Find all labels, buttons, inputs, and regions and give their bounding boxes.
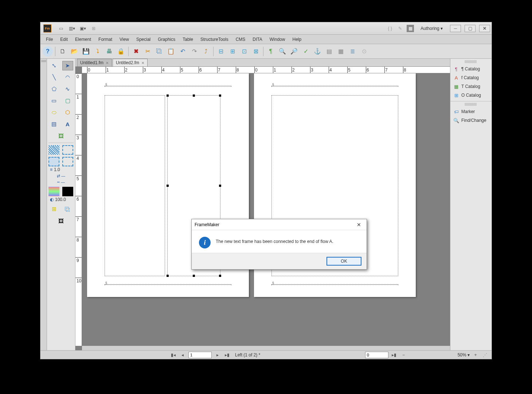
rounded-rect-tool[interactable]: ▢: [62, 96, 73, 105]
export-icon[interactable]: ⤴: [201, 46, 211, 57]
minimize-button[interactable]: ─: [450, 25, 461, 32]
zoom-dropdown[interactable]: 50% ▾: [458, 352, 470, 358]
panel-char-catalog[interactable]: Af Catalog: [450, 73, 492, 82]
oval-tool[interactable]: ⬭: [48, 108, 59, 117]
text-tool[interactable]: A: [62, 119, 73, 129]
find-next-icon[interactable]: 🔎: [289, 46, 299, 57]
page-number-input[interactable]: [188, 352, 212, 358]
menu-help[interactable]: Help: [289, 36, 305, 43]
canvas[interactable]: § § § §: [82, 73, 450, 346]
attributes-icon[interactable]: ⊞: [227, 46, 238, 57]
fill-hatch-icon[interactable]: [48, 145, 59, 155]
text-column-tool[interactable]: ▤: [48, 119, 59, 129]
hotspot-icon[interactable]: 🖼: [56, 216, 67, 225]
line-input[interactable]: [365, 352, 388, 358]
select-tool[interactable]: ➤: [62, 61, 73, 70]
tab-close-icon[interactable]: ✕: [106, 61, 109, 65]
zoom-out-button[interactable]: −: [400, 352, 407, 358]
cut-icon[interactable]: ✂: [142, 46, 153, 57]
workspace-switcher-icon[interactable]: ▭: [57, 25, 64, 32]
menu-table[interactable]: Table: [179, 36, 196, 43]
delete-icon[interactable]: ✖: [131, 46, 141, 57]
prev-page-button[interactable]: ◂: [179, 352, 186, 358]
text-frame-icon[interactable]: ▤: [324, 46, 334, 57]
undo-icon[interactable]: ↶: [177, 46, 188, 57]
overprint-icon[interactable]: ⊞: [48, 204, 59, 214]
horizontal-scrollbar[interactable]: [82, 346, 450, 350]
line-style-icon[interactable]: ┅ —: [48, 179, 74, 185]
image-tool[interactable]: 🖼: [56, 131, 67, 140]
panel-table-catalog[interactable]: ▦T Catalog: [450, 82, 492, 91]
tab-close-icon[interactable]: ✕: [141, 61, 144, 65]
menu-edit[interactable]: Edit: [57, 36, 71, 43]
panel-find-change[interactable]: 🔍Find/Change: [450, 116, 492, 125]
first-page-button[interactable]: ▮◂: [169, 352, 177, 358]
menu-window[interactable]: Window: [266, 36, 289, 43]
pilcrow-icon[interactable]: ¶: [266, 46, 276, 57]
menu-view[interactable]: View: [116, 36, 132, 43]
new-icon[interactable]: 🗋: [58, 46, 68, 57]
paste-icon[interactable]: 📋: [166, 46, 176, 57]
tab-untitled2[interactable]: Untitled2.fm✕: [113, 59, 148, 66]
line-tool[interactable]: ╲: [48, 73, 59, 82]
table-icon[interactable]: ▦: [336, 46, 346, 57]
tab-untitled1[interactable]: Untitled1.fm✕: [77, 59, 112, 66]
menu-element[interactable]: Element: [72, 36, 94, 43]
maximize-button[interactable]: ▢: [465, 25, 476, 32]
element-catalog-icon[interactable]: ⊟: [216, 46, 226, 57]
next-page-button[interactable]: ▸: [214, 352, 221, 358]
menu-file[interactable]: File: [43, 36, 56, 43]
menu-cms[interactable]: CMS: [232, 36, 249, 43]
freehand-tool[interactable]: ∿: [62, 84, 73, 94]
copy-icon[interactable]: ⿻: [154, 46, 164, 57]
help-icon[interactable]: ?: [43, 46, 53, 57]
tree-icon[interactable]: ⊡: [239, 46, 249, 57]
redo-icon[interactable]: ↷: [189, 46, 199, 57]
pen-hatch-icon[interactable]: [48, 157, 59, 166]
structure-view-icon[interactable]: ⊠: [251, 46, 261, 57]
polyline-tool[interactable]: ⬠: [48, 84, 59, 94]
menu-special[interactable]: Special: [133, 36, 154, 43]
color-black-icon[interactable]: [62, 187, 73, 196]
save-icon[interactable]: 💾: [81, 46, 91, 57]
panel-object-catalog[interactable]: ⊞O Catalog: [450, 91, 492, 100]
resize-grip-icon[interactable]: ⋰: [481, 352, 489, 358]
color-gradient-icon[interactable]: [48, 187, 59, 196]
find-icon[interactable]: 🔍: [277, 46, 287, 57]
line-ends-icon[interactable]: ⇄ —: [48, 173, 74, 179]
goto-button[interactable]: ▸▮: [391, 352, 398, 358]
pen-none-icon[interactable]: [62, 157, 73, 166]
view-toggle-icon[interactable]: ▦: [407, 25, 414, 32]
structure-icon[interactable]: ⊞: [90, 25, 97, 32]
menu-structuretools[interactable]: StructureTools: [197, 36, 232, 43]
panel-marker[interactable]: 🏷Marker: [450, 107, 492, 116]
smart-select-tool[interactable]: ⤡: [48, 61, 59, 70]
paragraph-format-icon[interactable]: ≣: [347, 46, 357, 57]
line-width-row[interactable]: ≡1.0: [48, 166, 74, 173]
wand-icon[interactable]: ✎: [396, 25, 404, 32]
anchor-icon[interactable]: ⚓: [312, 46, 322, 57]
opacity-row[interactable]: ◐100.0: [48, 196, 74, 203]
panel-para-catalog[interactable]: ¶¶ Catalog: [450, 65, 492, 73]
rectangle-tool[interactable]: ▭: [48, 96, 59, 105]
menu-dita[interactable]: DITA: [249, 36, 265, 43]
fill-none-icon[interactable]: [62, 145, 73, 155]
braces-icon[interactable]: { }: [386, 25, 394, 32]
arc-tool[interactable]: ◠: [62, 73, 73, 82]
screen-mode-icon[interactable]: ▣▾: [79, 25, 86, 32]
last-page-button[interactable]: ▸▮: [223, 352, 231, 358]
lock-icon[interactable]: 🔒: [116, 46, 126, 57]
group-icon[interactable]: ⿻: [62, 204, 73, 214]
import-icon[interactable]: ⤵: [93, 46, 103, 57]
zoom-in-button[interactable]: +: [472, 352, 479, 358]
mode-dropdown[interactable]: Authoring ▾: [417, 24, 446, 32]
spellcheck-icon[interactable]: ✓: [301, 46, 311, 57]
polygon-tool[interactable]: ⬡: [62, 108, 73, 117]
close-button[interactable]: ✕: [479, 25, 490, 32]
menu-format[interactable]: Format: [95, 36, 116, 43]
menu-graphics[interactable]: Graphics: [154, 36, 179, 43]
char-format-icon[interactable]: ⊙: [359, 46, 369, 57]
print-icon[interactable]: 🖶: [104, 46, 114, 57]
open-icon[interactable]: 📂: [69, 46, 79, 57]
ok-button[interactable]: OK: [326, 257, 361, 266]
